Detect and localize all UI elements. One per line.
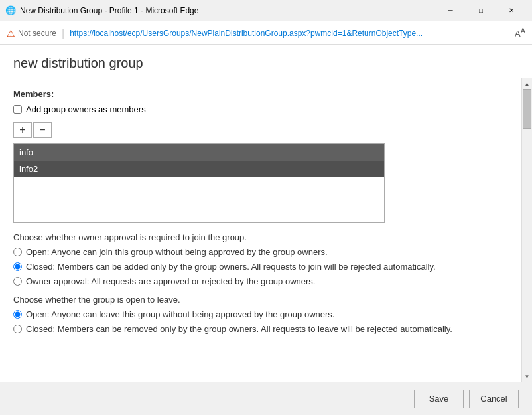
leave-section-title: Choose whether the group is open to leav… bbox=[13, 295, 508, 305]
leave-section: Choose whether the group is open to leav… bbox=[13, 295, 508, 335]
address-bar: ⚠ Not secure | https://localhost/ecp/Use… bbox=[0, 21, 532, 45]
window-controls: ─ □ ✕ bbox=[435, 0, 527, 21]
scroll-thumb[interactable] bbox=[523, 89, 531, 129]
closed-leave-row: Closed: Members can be removed only by t… bbox=[13, 323, 508, 335]
cancel-button[interactable]: Cancel bbox=[469, 390, 519, 408]
open-leave-row: Open: Anyone can leave this group withou… bbox=[13, 309, 508, 321]
scrollbar[interactable]: ▲ ▼ bbox=[521, 78, 532, 382]
title-bar: 🌐 New Distribution Group - Profile 1 - M… bbox=[0, 0, 532, 21]
scroll-down-arrow[interactable]: ▼ bbox=[522, 371, 533, 382]
scroll-up-arrow[interactable]: ▲ bbox=[522, 78, 533, 89]
url-display[interactable]: https://localhost/ecp/UsersGroups/NewPla… bbox=[70, 29, 507, 38]
main-window: new distribution group Members: Add grou… bbox=[0, 45, 532, 415]
closed-join-row: Closed: Members can be added only by the… bbox=[13, 261, 508, 273]
save-button[interactable]: Save bbox=[414, 390, 464, 408]
add-remove-buttons: + − bbox=[13, 122, 508, 138]
page-header: new distribution group bbox=[0, 45, 532, 78]
add-group-owners-label: Add group owners as members bbox=[26, 104, 146, 114]
not-secure-label: Not secure bbox=[18, 29, 56, 38]
owner-approval-radio[interactable] bbox=[13, 277, 22, 286]
closed-leave-label: Closed: Members can be removed only by t… bbox=[26, 323, 452, 335]
reader-icon[interactable]: AA bbox=[515, 27, 525, 39]
footer-bar: Save Cancel bbox=[0, 382, 532, 415]
add-group-owners-row: Add group owners as members bbox=[13, 104, 508, 114]
form-area: Members: Add group owners as members + −… bbox=[0, 78, 521, 382]
open-join-radio[interactable] bbox=[13, 248, 22, 256]
open-leave-radio[interactable] bbox=[13, 310, 22, 319]
add-group-owners-checkbox[interactable] bbox=[13, 105, 22, 114]
members-list: info info2 bbox=[13, 143, 385, 223]
list-item[interactable]: info2 bbox=[14, 161, 384, 177]
minimize-button[interactable]: ─ bbox=[435, 0, 466, 21]
scroll-track[interactable] bbox=[522, 89, 532, 371]
open-join-label: Open: Anyone can join this group without… bbox=[26, 246, 328, 258]
content-area: Members: Add group owners as members + −… bbox=[0, 78, 532, 382]
browser-icon: 🌐 bbox=[5, 5, 16, 16]
separator: | bbox=[62, 27, 64, 39]
members-label: Members: bbox=[13, 89, 508, 99]
close-button[interactable]: ✕ bbox=[496, 0, 527, 21]
maximize-button[interactable]: □ bbox=[466, 0, 496, 21]
security-indicator: ⚠ Not secure bbox=[7, 28, 56, 39]
owner-approval-label: Owner approval: All requests are approve… bbox=[26, 276, 315, 288]
open-leave-label: Open: Anyone can leave this group withou… bbox=[26, 309, 334, 321]
open-join-row: Open: Anyone can join this group without… bbox=[13, 246, 508, 258]
join-approval-section: Choose whether owner approval is require… bbox=[13, 232, 508, 288]
closed-join-radio[interactable] bbox=[13, 262, 22, 271]
closed-leave-radio[interactable] bbox=[13, 325, 22, 333]
join-approval-title: Choose whether owner approval is require… bbox=[13, 232, 508, 242]
add-member-button[interactable]: + bbox=[13, 122, 32, 138]
closed-join-label: Closed: Members can be added only by the… bbox=[26, 261, 436, 273]
owner-approval-row: Owner approval: All requests are approve… bbox=[13, 276, 508, 288]
warning-icon: ⚠ bbox=[7, 28, 15, 39]
list-item[interactable]: info bbox=[14, 144, 384, 161]
remove-member-button[interactable]: − bbox=[33, 122, 52, 138]
page-title: new distribution group bbox=[13, 56, 519, 71]
window-title: New Distribution Group - Profile 1 - Mic… bbox=[20, 6, 435, 15]
